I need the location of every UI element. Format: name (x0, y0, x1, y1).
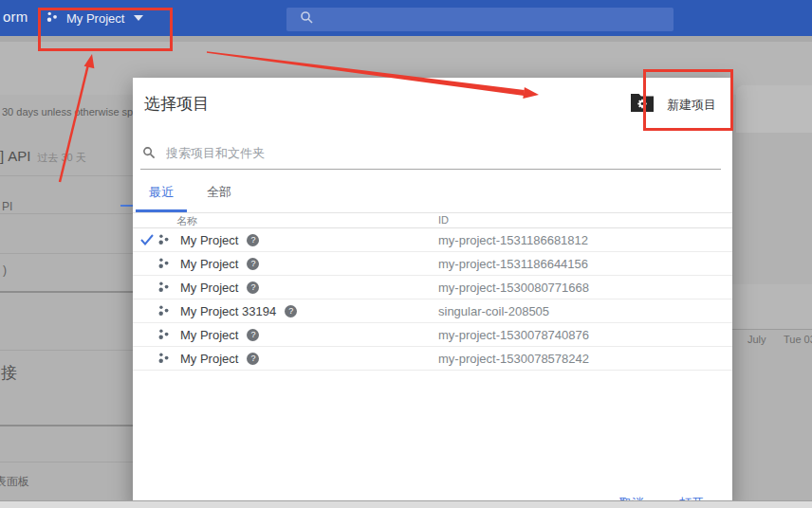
help-icon: ? (247, 353, 259, 365)
dialog-title: 选择项目 (144, 93, 209, 115)
project-selector-button[interactable]: My Project (46, 8, 143, 28)
background-day-label: Tue 03 (784, 334, 812, 345)
background-divider (0, 350, 133, 351)
project-id: my-project-1531186644156 (438, 257, 588, 271)
background-divider (0, 462, 133, 463)
background-partial-panel: 表面板 (0, 474, 29, 490)
project-row[interactable]: My Project 33194 ? singular-coil-208505 (133, 299, 732, 323)
project-id: my-project-1530080771668 (438, 281, 589, 295)
background-partial-heading: 接 (1, 362, 17, 384)
tabs-divider (133, 212, 732, 213)
project-name: My Project 33194 (180, 304, 276, 318)
background-divider (0, 213, 133, 214)
project-name: My Project (180, 233, 238, 247)
background-chart-band (732, 284, 812, 329)
window-bottom-edge (0, 500, 812, 508)
project-name: My Project (180, 328, 238, 342)
project-name: My Project (180, 281, 238, 295)
background-divider (0, 253, 133, 254)
column-header-id: ID (438, 214, 449, 226)
help-icon: ? (247, 329, 259, 341)
project-icon (157, 257, 170, 270)
header-search-input[interactable] (286, 8, 674, 31)
check-icon (140, 234, 157, 245)
project-icon (157, 352, 170, 365)
project-icon (46, 10, 59, 27)
search-icon (300, 10, 314, 28)
project-icon (157, 304, 170, 318)
project-search-field (140, 136, 721, 170)
tab-all[interactable]: 全部 (207, 184, 231, 201)
background-partial-paren: ) (3, 263, 7, 277)
background-divider (0, 175, 133, 176)
background-divider-dark (0, 291, 133, 293)
select-project-dialog: 选择项目 新建项目 最近 全部 名称 ID (133, 78, 732, 508)
folder-gear-icon (630, 93, 655, 117)
api-heading-range: 过去 30 天 (37, 152, 85, 163)
chevron-down-icon (134, 15, 143, 21)
background-partial-pi: PI (2, 200, 12, 213)
project-list: My Project ? my-project-1531186681812 My… (133, 228, 732, 371)
project-search-input[interactable] (164, 145, 699, 161)
brand-text-partial[interactable]: orm (3, 9, 28, 25)
app-header: orm My Project (0, 0, 812, 36)
project-id: my-project-1530078740876 (438, 328, 589, 342)
project-id: singular-coil-208505 (438, 304, 549, 318)
project-icon (157, 233, 170, 246)
project-row[interactable]: My Project ? my-project-1530078740876 (133, 323, 732, 347)
project-row[interactable]: My Project ? my-project-1531186644156 (133, 252, 732, 276)
help-icon: ? (247, 281, 259, 294)
tab-recent[interactable]: 最近 (149, 184, 174, 201)
project-row[interactable]: My Project ? my-project-1530078578242 (133, 347, 732, 371)
project-row[interactable]: My Project ? my-project-1530080771668 (133, 276, 732, 299)
column-header-name: 名称 (176, 214, 197, 228)
project-id: my-project-1530078578242 (438, 352, 589, 366)
search-icon (142, 146, 156, 159)
project-name: My Project (180, 257, 238, 271)
project-name: My Project (180, 352, 238, 366)
help-icon: ? (247, 258, 259, 270)
new-project-label: 新建项目 (667, 97, 716, 114)
background-api-heading: ]API过去 30 天 (0, 148, 133, 165)
help-icon: ? (285, 305, 297, 318)
api-heading-text: API (8, 148, 30, 164)
project-selector-label: My Project (66, 11, 124, 26)
project-row[interactable]: My Project ? my-project-1531186681812 (133, 228, 732, 252)
background-text-notice: 30 days unless otherwise sp (2, 106, 133, 118)
project-icon (157, 281, 170, 294)
background-chart-line (120, 205, 133, 207)
background-divider-dark (0, 425, 133, 426)
project-id: my-project-1531186681812 (438, 233, 588, 247)
background-card-corner (736, 85, 812, 133)
background-axis-line (732, 329, 812, 330)
background-month-label: July (747, 334, 766, 345)
new-project-button[interactable]: 新建项目 (630, 93, 716, 117)
help-icon: ? (247, 234, 259, 246)
project-icon (157, 328, 170, 341)
api-heading-partial: ] (0, 148, 4, 164)
